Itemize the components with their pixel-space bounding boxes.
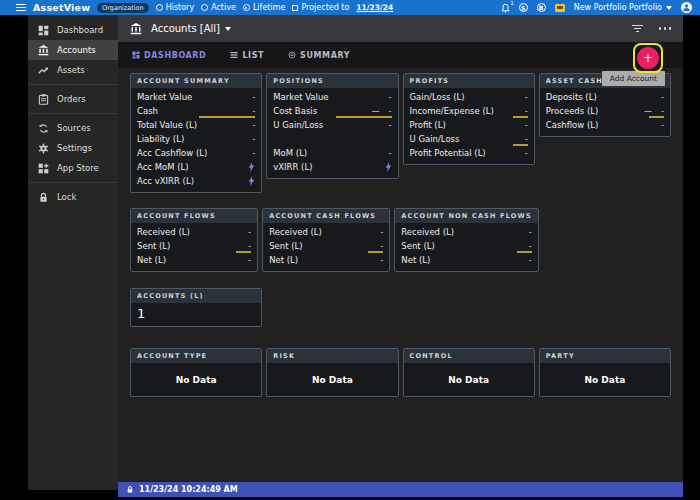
projected-to-label: Projected to (301, 3, 349, 12)
card-title: RISK (267, 349, 397, 363)
projected-to-toggle[interactable]: Projected to (292, 3, 349, 12)
dash-indicator: — (371, 107, 379, 116)
metric-row: Gain/Loss (L)- (410, 90, 528, 104)
risk-card: RISK No Data (266, 348, 398, 397)
topbar-right-group: 1 $ B New Portfolio Portfolio (501, 2, 692, 13)
radio-selected-icon[interactable] (243, 4, 250, 11)
tab-list[interactable]: LIST (230, 51, 264, 60)
metric-row: Deposits (L)- (546, 90, 664, 104)
control-card: CONTROL No Data (403, 348, 535, 397)
metric-row: Market Value- (137, 90, 255, 104)
more-options-icon[interactable] (659, 27, 672, 30)
sidebar-item-orders[interactable]: Orders (28, 89, 118, 109)
card-row-4: ACCOUNT TYPE No Data RISK No Data CONTRO… (130, 348, 671, 397)
menu-icon[interactable] (16, 4, 26, 12)
entity-selector[interactable]: Accounts [All] (151, 23, 231, 34)
header-actions (632, 25, 672, 33)
sidebar-item-lock[interactable]: Lock (28, 187, 118, 207)
account-cash-flows-card: ACCOUNT CASH FLOWS Received (L)- Sent (L… (262, 208, 390, 272)
mode-history[interactable]: History (156, 3, 194, 12)
sidebar-item-label: Assets (57, 65, 85, 75)
page-title: Accounts [All] (151, 23, 220, 34)
dashboard-tab-icon (132, 51, 140, 59)
portfolio-name: New Portfolio Portfolio (574, 3, 662, 12)
user-avatar[interactable] (681, 2, 692, 13)
metric-row: Sent (L)- (401, 239, 532, 253)
tab-summary[interactable]: SUMMARY (288, 51, 350, 60)
sidebar-separator (28, 182, 118, 183)
mode-active[interactable]: Active (201, 3, 236, 12)
card-title: ACCOUNT TYPE (131, 349, 261, 363)
sidebar-item-sources[interactable]: Sources (28, 118, 118, 138)
metric-row: vXIRR (L) (273, 160, 391, 174)
metric-row: Total Value (L)- (137, 118, 255, 132)
checkbox-icon[interactable] (292, 5, 298, 11)
add-account-button[interactable]: + (637, 47, 659, 69)
main-content: Accounts [All] DASHBOARD LIST SUMMARY + … (118, 15, 683, 497)
lightning-icon (385, 162, 392, 172)
metric-row: Received (L)- (269, 225, 383, 239)
account-type-card: ACCOUNT TYPE No Data (130, 348, 262, 397)
sidebar-item-assets[interactable]: Assets (28, 60, 118, 80)
card-row-1: ACCOUNT SUMMARY Market Value- Cash- Tota… (130, 73, 671, 193)
card-title: ACCOUNT NON CASH FLOWS (395, 209, 538, 223)
metric-row: Sent (L)- (137, 239, 251, 253)
card-row-2: ACCOUNT FLOWS Received (L)- Sent (L)- Ne… (130, 208, 671, 272)
lock-icon (126, 485, 134, 494)
sidebar-item-label: Settings (57, 143, 92, 153)
sidebar-item-label: Orders (57, 94, 86, 104)
content-header: Accounts [All] (118, 15, 683, 42)
sidebar-separator (28, 113, 118, 114)
metric-row: Profit (L)- (410, 118, 528, 132)
dashboard-panel: ACCOUNT SUMMARY Market Value- Cash- Tota… (118, 68, 683, 482)
yellow-folder-icon[interactable] (555, 4, 565, 12)
metric-row: Net (L)- (401, 253, 532, 267)
sidebar-separator (28, 84, 118, 85)
radio-icon[interactable] (201, 4, 208, 11)
trending-icon (38, 65, 49, 76)
orders-icon (38, 94, 49, 105)
metric-row: Liability (L)- (137, 132, 255, 146)
chevron-down-icon (225, 27, 231, 31)
tab-bar: DASHBOARD LIST SUMMARY (118, 42, 683, 68)
filter-icon[interactable] (632, 25, 643, 33)
sidebar-item-label: Dashboard (57, 25, 103, 35)
sidebar-item-label: Lock (57, 192, 76, 202)
mode-label: History (166, 3, 194, 12)
b-circle-icon[interactable]: B (537, 3, 546, 12)
radio-icon[interactable] (156, 4, 163, 11)
sidebar-item-settings[interactable]: Settings (28, 138, 118, 158)
metric-row: Received (L)- (401, 225, 532, 239)
sidebar-item-app-store[interactable]: App Store (28, 158, 118, 178)
lightning-icon (248, 176, 255, 186)
dollar-circle-icon[interactable]: $ (519, 3, 528, 12)
list-icon (230, 51, 238, 59)
card-row-3: ACCOUNTS (L) 1 (130, 288, 671, 327)
metric-row: Cost Basis—- (273, 104, 391, 118)
account-summary-card: ACCOUNT SUMMARY Market Value- Cash- Tota… (130, 73, 262, 193)
app-store-icon (38, 163, 49, 174)
metric-row: Cash- (137, 104, 255, 118)
bank-icon (38, 45, 49, 56)
sidebar-item-label: App Store (57, 163, 99, 173)
metric-row: U Gain/Loss- (410, 132, 528, 146)
mode-lifetime[interactable]: Lifetime (243, 3, 286, 12)
chevron-down-icon (666, 6, 672, 10)
status-bar: 11/23/24 10:24:49 AM (118, 482, 683, 497)
tab-dashboard[interactable]: DASHBOARD (132, 51, 206, 60)
top-app-bar: AssetView Organization History Active Li… (0, 0, 700, 15)
projected-date-link[interactable]: 11/23/24 (356, 3, 393, 12)
account-flows-card: ACCOUNT FLOWS Received (L)- Sent (L)- Ne… (130, 208, 258, 272)
card-title: PARTY (540, 349, 670, 363)
fab-highlight-ring: + (633, 43, 663, 73)
organization-badge: Organization (97, 3, 149, 13)
metric-row: Net (L)- (269, 253, 383, 267)
sidebar-item-dashboard[interactable]: Dashboard (28, 20, 118, 40)
no-data-message: No Data (267, 363, 397, 396)
no-data-message: No Data (131, 363, 261, 396)
notifications-bell-icon[interactable]: 1 (501, 3, 510, 13)
sidebar-item-accounts[interactable]: Accounts (28, 40, 118, 60)
sidebar-item-label: Accounts (57, 45, 96, 55)
portfolio-selector[interactable]: New Portfolio Portfolio (574, 3, 672, 12)
metric-row: Income/Expense (L)- (410, 104, 528, 118)
